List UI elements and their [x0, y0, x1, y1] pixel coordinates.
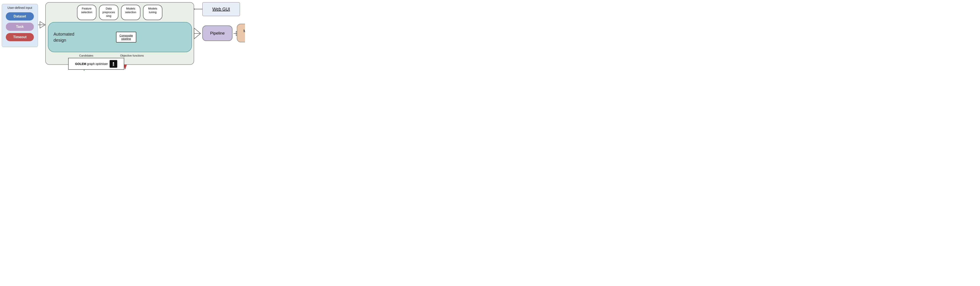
- golem-icon: [110, 60, 117, 68]
- pill-feature-selection: Featureselection: [77, 5, 96, 20]
- task-pill: Task: [6, 23, 34, 31]
- user-input-box: User-defined input Dataset Task Timeout: [2, 4, 38, 47]
- user-input-title: User-defined input: [8, 6, 32, 10]
- golem-label: GOLEM graph optimiser: [75, 62, 108, 66]
- candidates-label: Candidates: [79, 54, 93, 57]
- web-gui-label: Web GUI: [212, 7, 230, 12]
- main-box: Featureselection Datapreprocessing Model…: [45, 2, 194, 65]
- svg-line-31: [113, 65, 114, 66]
- timeout-pill: Timeout: [6, 33, 34, 41]
- composite-pipeline-box: Compositepipeline: [116, 32, 136, 43]
- objective-functions-label: Objective functions: [120, 54, 144, 57]
- pill-models-selection: Modelsselection: [121, 5, 140, 20]
- web-gui-box: Web GUI: [202, 2, 240, 16]
- auto-design-box: Automateddesign Compositepipeline: [48, 22, 192, 52]
- modelling-results-pill: Modellingresults: [237, 24, 245, 42]
- golem-box: GOLEM graph optimiser: [68, 58, 124, 70]
- auto-design-title: Automateddesign: [54, 31, 84, 43]
- pill-models-tuning: Modelstuning: [143, 5, 162, 20]
- graph-placeholder: [86, 24, 112, 50]
- svg-marker-7: [194, 28, 200, 39]
- svg-marker-5: [40, 22, 45, 28]
- pipeline-pill: Pipeline: [202, 26, 232, 41]
- top-pills-row: Featureselection Datapreprocessing Model…: [48, 5, 191, 20]
- pipeline-label: Pipeline: [210, 31, 225, 36]
- diagram-container: A B C D User-defined input Dataset Task …: [0, 0, 245, 72]
- dataset-pill: Dataset: [6, 12, 34, 21]
- svg-point-27: [113, 62, 114, 64]
- modelling-results-label: Modellingresults: [243, 29, 245, 37]
- composite-pipeline-label: Compositepipeline: [119, 34, 133, 40]
- golem-svg-icon: [111, 61, 116, 67]
- pill-data-preprocessing: Datapreprocessing: [99, 5, 118, 20]
